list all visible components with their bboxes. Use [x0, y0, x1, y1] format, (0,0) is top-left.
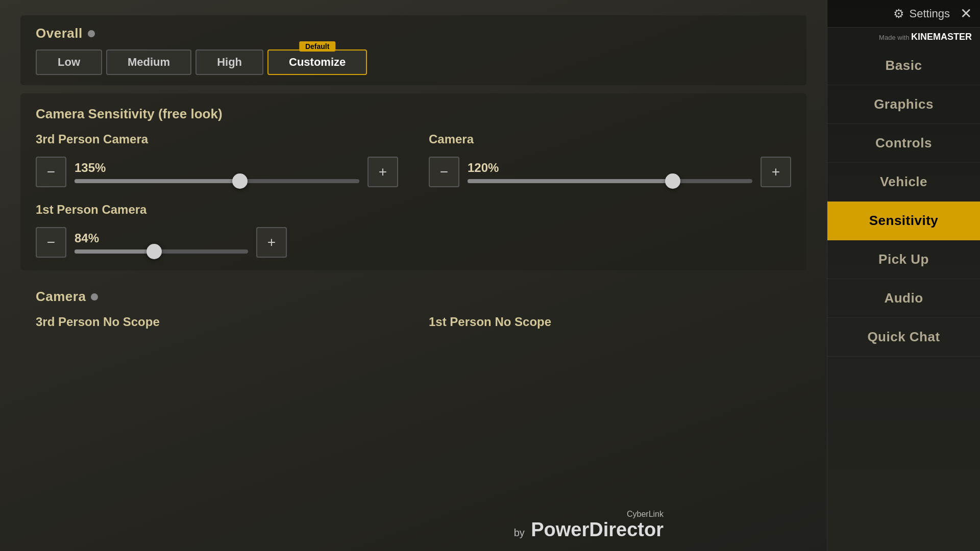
- sidebar-item-sensitivity[interactable]: Sensitivity: [827, 202, 980, 240]
- sidebar-item-pickup[interactable]: Pick Up: [827, 240, 980, 279]
- no-scope-row: 3rd Person No Scope 1st Person No Scope: [36, 315, 791, 339]
- third-person-camera-column: 3rd Person Camera − 135% +: [36, 132, 398, 187]
- kinemaster-brand: KINEMASTER: [911, 32, 972, 42]
- first-person-track[interactable]: [75, 249, 248, 254]
- third-person-plus-button[interactable]: +: [368, 157, 398, 187]
- camera-right-fill: [468, 179, 673, 183]
- camera-bottom-title: Camera: [36, 289, 86, 305]
- first-person-no-scope-column: 1st Person No Scope: [429, 315, 791, 339]
- first-person-label: 1st Person Camera: [36, 203, 791, 217]
- sidebar-item-controls[interactable]: Controls: [827, 124, 980, 163]
- settings-label: Settings: [910, 7, 950, 20]
- first-person-slider-container: 84%: [75, 231, 248, 254]
- camera-bottom-dot: [91, 293, 98, 300]
- preset-low-button[interactable]: Low: [36, 49, 102, 75]
- first-person-value: 84%: [75, 231, 248, 245]
- camera-right-slider-container: 120%: [468, 161, 752, 183]
- camera-right-slider-row: − 120% +: [429, 157, 791, 187]
- overall-title: Overall: [36, 26, 83, 41]
- bottom-watermark: CyberLink by PowerDirector: [514, 510, 664, 541]
- overall-dot: [88, 30, 95, 37]
- sidebar-header: ⚙ Settings ✕: [827, 0, 980, 28]
- preset-medium-button[interactable]: Medium: [106, 49, 191, 75]
- default-badge: Default: [299, 41, 335, 52]
- preset-buttons: Low Medium High Default Customize: [36, 49, 791, 75]
- third-person-slider-row: − 135% +: [36, 157, 398, 187]
- camera-right-column: Camera − 120% +: [429, 132, 791, 187]
- camera-top-row: 3rd Person Camera − 135% +: [36, 132, 791, 187]
- camera-right-value: 120%: [468, 161, 752, 175]
- camera-sensitivity-title: Camera Sensitivity (free look): [36, 106, 791, 122]
- main-content: Overall Low Medium High Default Customiz…: [0, 0, 827, 551]
- first-person-fill: [75, 249, 154, 254]
- sidebar-watermark: Made with KINEMASTER: [827, 28, 980, 46]
- third-person-value: 135%: [75, 161, 359, 175]
- preset-customize-button[interactable]: Default Customize: [267, 49, 367, 75]
- gear-icon: ⚙: [893, 7, 904, 21]
- first-person-minus-button[interactable]: −: [36, 227, 66, 258]
- third-person-thumb[interactable]: [232, 173, 248, 189]
- camera-sensitivity-section: Camera Sensitivity (free look) 3rd Perso…: [20, 93, 806, 270]
- camera-right-label: Camera: [429, 132, 791, 146]
- sidebar-item-quickchat[interactable]: Quick Chat: [827, 318, 980, 357]
- sidebar: ⚙ Settings ✕ Made with KINEMASTER Basic …: [827, 0, 980, 551]
- cyberlink-label: CyberLink: [514, 510, 664, 519]
- third-person-no-scope-column: 3rd Person No Scope: [36, 315, 398, 339]
- camera-bottom-section: Camera 3rd Person No Scope 1st Person No…: [20, 279, 806, 365]
- first-person-slider-row: − 84% +: [36, 227, 791, 258]
- close-icon[interactable]: ✕: [960, 5, 972, 22]
- first-person-plus-button[interactable]: +: [256, 227, 287, 258]
- camera-right-minus-button[interactable]: −: [429, 157, 459, 187]
- sidebar-item-graphics[interactable]: Graphics: [827, 85, 980, 124]
- overall-header: Overall: [36, 26, 791, 41]
- sidebar-item-vehicle[interactable]: Vehicle: [827, 163, 980, 202]
- camera-right-thumb[interactable]: [665, 173, 680, 189]
- first-person-thumb[interactable]: [146, 244, 162, 259]
- sidebar-item-basic[interactable]: Basic: [827, 46, 980, 85]
- camera-bottom-header: Camera: [36, 289, 791, 305]
- third-person-track[interactable]: [75, 179, 359, 183]
- third-person-minus-button[interactable]: −: [36, 157, 66, 187]
- third-person-no-scope-label: 3rd Person No Scope: [36, 315, 398, 329]
- camera-right-plus-button[interactable]: +: [761, 157, 791, 187]
- camera-right-track[interactable]: [468, 179, 752, 183]
- first-person-camera-column: 1st Person Camera − 84% +: [36, 203, 791, 258]
- sidebar-item-audio[interactable]: Audio: [827, 279, 980, 318]
- powerdir-row: by PowerDirector: [514, 519, 664, 541]
- third-person-fill: [75, 179, 240, 183]
- overall-section: Overall Low Medium High Default Customiz…: [20, 15, 806, 85]
- preset-high-button[interactable]: High: [195, 49, 263, 75]
- sidebar-nav: Basic Graphics Controls Vehicle Sensitiv…: [827, 46, 980, 551]
- first-person-no-scope-label: 1st Person No Scope: [429, 315, 791, 329]
- third-person-slider-container: 135%: [75, 161, 359, 183]
- third-person-label: 3rd Person Camera: [36, 132, 398, 146]
